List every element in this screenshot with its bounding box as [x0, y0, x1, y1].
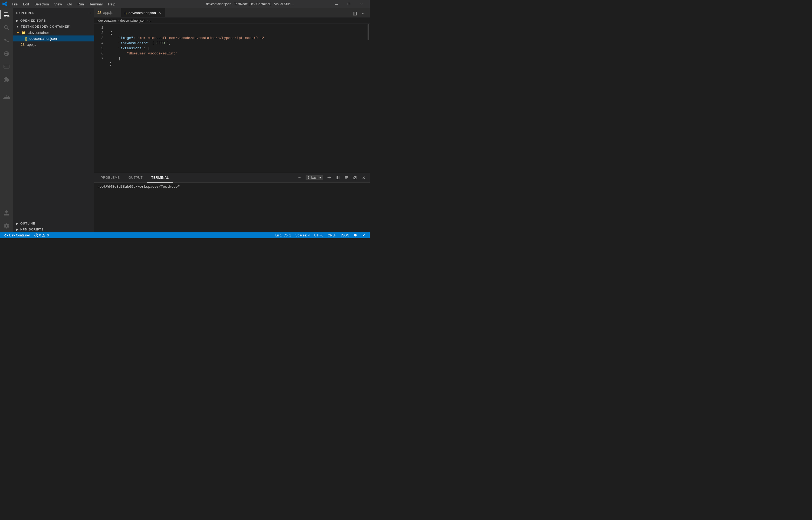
folder-icon: 📁 [21, 31, 26, 35]
scrollbar-thumb[interactable] [368, 24, 369, 41]
settings-activity-icon[interactable] [0, 219, 13, 232]
extensions-activity-icon[interactable] [0, 73, 13, 86]
output-tab[interactable]: OUTPUT [124, 173, 147, 183]
window-title: devcontainer.json - TestNode [Dev Contai… [170, 2, 330, 6]
status-dev-container[interactable]: Dev Container [2, 232, 32, 238]
terminal-content[interactable]: root@d48e8d38ab69:/workspaces/TestNode# [94, 183, 370, 232]
notifications-icon [354, 233, 357, 237]
breadcrumb-part-3[interactable]: ... [148, 19, 151, 23]
menu-go[interactable]: Go [65, 2, 75, 7]
panel-tabs: PROBLEMS OUTPUT TERMINAL ··· 1: bash ▾ [94, 173, 370, 183]
scrollbar-track[interactable] [367, 24, 370, 173]
code-editor[interactable]: 1 2 3 4 5 6 7 { "image": "mcr.microsoft.… [94, 24, 370, 173]
title-bar: File Edit Selection View Go Run Terminal… [0, 0, 370, 8]
terminal-tab[interactable]: TERMINAL [147, 173, 173, 183]
minimize-button[interactable]: — [330, 0, 343, 8]
file-tree-label: TESTNODE [DEV CONTAINER] [21, 25, 71, 28]
maximize-panel-button[interactable] [351, 174, 359, 181]
kill-terminal-button[interactable] [343, 174, 350, 181]
sidebar: Explorer ··· ▶ Open Editors ▼ TESTNODE [… [13, 8, 94, 232]
panel: PROBLEMS OUTPUT TERMINAL ··· 1: bash ▾ [94, 173, 370, 232]
file-tree-header[interactable]: ▼ TESTNODE [DEV CONTAINER] [13, 24, 94, 29]
terminal-select-chevron: ▾ [319, 176, 321, 180]
run-debug-activity-icon[interactable] [0, 47, 13, 60]
more-actions-button[interactable]: ··· [360, 10, 368, 17]
file-tree: ▼ 📁 .devcontainer {} devcontainer.json J… [13, 29, 94, 47]
npm-scripts-label: NPM Scripts [20, 228, 44, 231]
eol-label: CRLF [328, 233, 336, 237]
outline-chevron: ▶ [16, 222, 19, 225]
status-spaces[interactable]: Spaces: 4 [293, 232, 312, 238]
status-eol[interactable]: CRLF [326, 232, 338, 238]
code-content[interactable]: { "image": "mcr.microsoft.com/vscode/dev… [108, 24, 367, 173]
split-editor-button[interactable] [351, 10, 359, 17]
source-control-activity-icon[interactable] [0, 34, 13, 47]
sidebar-header: Explorer ··· [13, 8, 94, 18]
sidebar-more-button[interactable]: ··· [87, 10, 91, 16]
folder-chevron-icon: ▼ [16, 31, 20, 35]
outline-label: Outline [20, 222, 35, 225]
status-errors-warnings[interactable]: 0 0 [32, 232, 51, 238]
file-appjs[interactable]: JS app.js [13, 42, 94, 47]
tab-appjs[interactable]: JS app.js [94, 8, 121, 17]
dev-container-label: Dev Container [9, 233, 30, 237]
maximize-button[interactable]: ❐ [343, 0, 355, 8]
open-editors-header[interactable]: ▶ Open Editors [13, 18, 94, 24]
menu-view[interactable]: View [52, 2, 65, 7]
close-panel-button[interactable] [360, 174, 368, 181]
account-activity-icon[interactable] [0, 206, 13, 219]
npm-scripts-header[interactable]: ▶ NPM Scripts [13, 227, 94, 232]
folder-name: .devcontainer [28, 31, 49, 35]
warning-icon [42, 233, 46, 237]
status-notifications[interactable] [351, 232, 359, 238]
breadcrumb-sep-1: › [118, 19, 119, 23]
remote-icon [4, 233, 8, 237]
status-bar: Dev Container 0 0 Ln 1, Col 1 Spaces: 4 … [0, 232, 370, 238]
menu-terminal[interactable]: Terminal [87, 2, 105, 7]
menu-run[interactable]: Run [75, 2, 87, 7]
menu-selection[interactable]: Selection [32, 2, 51, 7]
json-file-icon: {} [25, 36, 27, 41]
encoding-label: UTF-8 [314, 233, 324, 237]
menu-edit[interactable]: Edit [20, 2, 32, 7]
menu-file[interactable]: File [9, 2, 20, 7]
breadcrumb-part-1[interactable]: .devcontainer [97, 19, 117, 23]
split-terminal-button[interactable] [334, 174, 342, 181]
status-ln-col[interactable]: Ln 1, Col 1 [273, 232, 293, 238]
panel-more-button[interactable]: ··· [296, 174, 303, 181]
breadcrumb-part-2[interactable]: devcontainer.json [120, 19, 145, 23]
status-right: Ln 1, Col 1 Spaces: 4 UTF-8 CRLF JSON [273, 232, 368, 238]
status-language[interactable]: JSON [338, 232, 351, 238]
open-editors-section: ▶ Open Editors [13, 18, 94, 24]
ln-col-label: Ln 1, Col 1 [275, 233, 291, 237]
outline-header[interactable]: ▶ Outline [13, 220, 94, 227]
open-editors-label: Open Editors [20, 19, 46, 22]
tab-close-button[interactable]: ✕ [158, 10, 162, 16]
error-icon [34, 233, 38, 237]
devcontainer-tab-icon: {} [124, 11, 127, 15]
tab-devcontainer-json[interactable]: {} devcontainer.json ✕ [121, 8, 165, 17]
main-area: Explorer ··· ▶ Open Editors ▼ TESTNODE [… [0, 8, 370, 232]
language-label: JSON [340, 233, 349, 237]
terminal-prompt: root@d48e8d38ab69:/workspaces/TestNode# [97, 185, 180, 189]
errors-count: 0 [39, 233, 41, 237]
status-encoding[interactable]: UTF-8 [312, 232, 326, 238]
search-activity-icon[interactable] [0, 21, 13, 34]
line-numbers: 1 2 3 4 5 6 7 [94, 24, 108, 173]
folder-devcontainer[interactable]: ▼ 📁 .devcontainer [13, 29, 94, 35]
remote-explorer-activity-icon[interactable] [0, 60, 13, 73]
file-name-appjs: app.js [27, 43, 36, 47]
status-account-sync[interactable] [359, 232, 368, 238]
menu-help[interactable]: Help [105, 2, 118, 7]
file-name-devcontainer: devcontainer.json [29, 36, 57, 41]
problems-tab[interactable]: PROBLEMS [96, 173, 124, 183]
docker-activity-icon[interactable] [0, 90, 13, 103]
new-terminal-button[interactable] [325, 174, 333, 181]
npm-scripts-section: ▶ NPM Scripts [13, 227, 94, 232]
terminal-select[interactable]: 1: bash ▾ [306, 175, 323, 180]
file-devcontainer-json[interactable]: {} devcontainer.json [13, 35, 94, 42]
menu-bar: File Edit Selection View Go Run Terminal… [9, 2, 170, 7]
explorer-activity-icon[interactable] [0, 8, 13, 21]
sidebar-title: Explorer [16, 11, 35, 15]
close-button[interactable]: ✕ [355, 0, 368, 8]
